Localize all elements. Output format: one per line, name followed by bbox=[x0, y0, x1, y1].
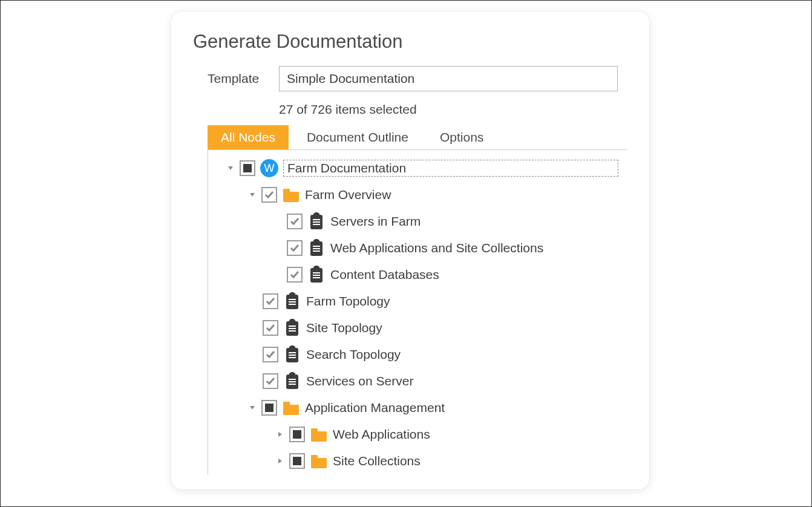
checkbox-checked[interactable] bbox=[263, 320, 278, 336]
svg-rect-4 bbox=[313, 219, 320, 220]
svg-rect-11 bbox=[313, 248, 320, 249]
tree-node-label: Farm Documentation bbox=[283, 160, 618, 177]
svg-rect-18 bbox=[313, 277, 320, 278]
checkbox-checked[interactable] bbox=[261, 187, 277, 203]
svg-rect-17 bbox=[313, 275, 320, 276]
tree-node-search-topology[interactable]: Search Topology bbox=[208, 341, 627, 368]
tree-node-farm-topology[interactable]: Farm Topology bbox=[208, 288, 627, 315]
tab-all-nodes[interactable]: All Nodes bbox=[208, 125, 289, 149]
svg-rect-30 bbox=[289, 330, 296, 332]
svg-rect-36 bbox=[289, 357, 296, 358]
svg-rect-42 bbox=[289, 384, 296, 385]
svg-rect-3 bbox=[315, 212, 318, 214]
checkbox-indeterminate[interactable] bbox=[261, 400, 277, 416]
tree-node-content-databases[interactable]: Content Databases bbox=[208, 261, 627, 288]
template-input[interactable]: Simple Documentation bbox=[279, 66, 618, 91]
generate-documentation-panel: Generate Documentation Template Simple D… bbox=[171, 11, 649, 489]
svg-rect-24 bbox=[289, 304, 296, 305]
folder-icon bbox=[282, 399, 300, 416]
svg-rect-41 bbox=[289, 381, 296, 382]
clipboard-icon bbox=[283, 319, 301, 336]
svg-rect-33 bbox=[290, 345, 294, 347]
svg-rect-21 bbox=[290, 292, 294, 294]
checkbox-checked[interactable] bbox=[287, 267, 303, 283]
svg-rect-35 bbox=[289, 355, 296, 356]
template-row: Template Simple Documentation bbox=[208, 66, 627, 91]
clipboard-icon bbox=[283, 373, 301, 390]
tree-view: W Farm Documentation Farm Overview bbox=[208, 149, 627, 474]
tree-node-label: Web Applications and Site Collections bbox=[330, 241, 543, 255]
checkbox-checked[interactable] bbox=[287, 214, 303, 229]
clipboard-icon bbox=[307, 213, 326, 230]
tree-node-label: Content Databases bbox=[330, 267, 439, 282]
tree-node-label: Site Topology bbox=[306, 321, 382, 335]
tree-node-label: Web Applications bbox=[333, 427, 430, 442]
svg-rect-12 bbox=[313, 250, 320, 252]
tree-node-label: Farm Overview bbox=[305, 188, 391, 202]
tree-node-farm-documentation[interactable]: W Farm Documentation bbox=[208, 155, 627, 182]
svg-rect-34 bbox=[289, 352, 296, 353]
tab-document-outline[interactable]: Document Outline bbox=[293, 125, 422, 149]
template-label: Template bbox=[208, 71, 268, 86]
svg-rect-43 bbox=[283, 402, 290, 405]
tree-node-services-on-server[interactable]: Services on Server bbox=[208, 368, 627, 394]
svg-rect-15 bbox=[315, 266, 318, 267]
panel-title: Generate Documentation bbox=[193, 31, 627, 53]
tree-node-web-apps-site-collections[interactable]: Web Applications and Site Collections bbox=[208, 235, 627, 261]
clipboard-icon bbox=[307, 266, 326, 283]
svg-rect-28 bbox=[289, 325, 296, 327]
tab-options[interactable]: Options bbox=[427, 125, 497, 149]
checkbox-indeterminate[interactable] bbox=[289, 427, 305, 442]
expand-toggle-icon[interactable] bbox=[248, 191, 257, 199]
svg-rect-29 bbox=[289, 328, 296, 329]
checkbox-checked[interactable] bbox=[263, 373, 278, 389]
checkbox-checked[interactable] bbox=[287, 240, 303, 256]
word-icon: W bbox=[260, 159, 278, 177]
tree-node-label: Site Collections bbox=[333, 454, 421, 468]
tree-node-application-management[interactable]: Application Management bbox=[208, 394, 627, 421]
clipboard-icon bbox=[307, 240, 326, 257]
expand-toggle-icon[interactable] bbox=[226, 164, 235, 172]
checkbox-checked[interactable] bbox=[263, 293, 278, 309]
expand-toggle-icon[interactable] bbox=[276, 457, 284, 465]
clipboard-icon bbox=[283, 346, 301, 363]
svg-rect-27 bbox=[290, 319, 294, 321]
tab-bar: All Nodes Document Outline Options bbox=[208, 125, 627, 149]
svg-rect-10 bbox=[313, 246, 320, 247]
svg-rect-22 bbox=[289, 299, 296, 300]
svg-rect-16 bbox=[313, 272, 320, 273]
svg-rect-44 bbox=[311, 428, 318, 431]
tree-node-farm-overview[interactable]: Farm Overview bbox=[208, 182, 627, 208]
tree-node-label: Application Management bbox=[305, 401, 445, 415]
folder-icon bbox=[310, 426, 328, 443]
tree-node-label: Search Topology bbox=[306, 347, 401, 362]
clipboard-icon bbox=[283, 293, 301, 310]
svg-rect-39 bbox=[290, 372, 294, 374]
folder-icon bbox=[310, 453, 328, 469]
tree-node-site-topology[interactable]: Site Topology bbox=[208, 315, 627, 341]
tree-node-label: Services on Server bbox=[306, 374, 413, 388]
svg-rect-0 bbox=[283, 189, 290, 192]
tree-node-label: Servers in Farm bbox=[330, 214, 421, 229]
checkbox-indeterminate[interactable] bbox=[289, 453, 305, 469]
tree-node-label: Farm Topology bbox=[306, 294, 390, 309]
tree-node-site-collections[interactable]: Site Collections bbox=[208, 448, 627, 474]
checkbox-checked[interactable] bbox=[263, 347, 278, 362]
svg-rect-40 bbox=[289, 379, 296, 380]
outer-frame: Generate Documentation Template Simple D… bbox=[0, 0, 812, 507]
folder-icon bbox=[282, 186, 300, 203]
selection-count-label: 27 of 726 items selected bbox=[279, 102, 627, 117]
svg-rect-45 bbox=[311, 455, 318, 458]
svg-rect-6 bbox=[313, 224, 320, 225]
expand-toggle-icon[interactable] bbox=[276, 430, 284, 439]
svg-rect-9 bbox=[315, 239, 318, 241]
checkbox-indeterminate[interactable] bbox=[240, 160, 255, 176]
svg-rect-23 bbox=[289, 301, 296, 303]
expand-toggle-icon[interactable] bbox=[248, 404, 257, 412]
tree-node-web-applications[interactable]: Web Applications bbox=[208, 421, 627, 448]
tree-node-servers-in-farm[interactable]: Servers in Farm bbox=[208, 208, 627, 235]
svg-rect-5 bbox=[313, 221, 320, 223]
